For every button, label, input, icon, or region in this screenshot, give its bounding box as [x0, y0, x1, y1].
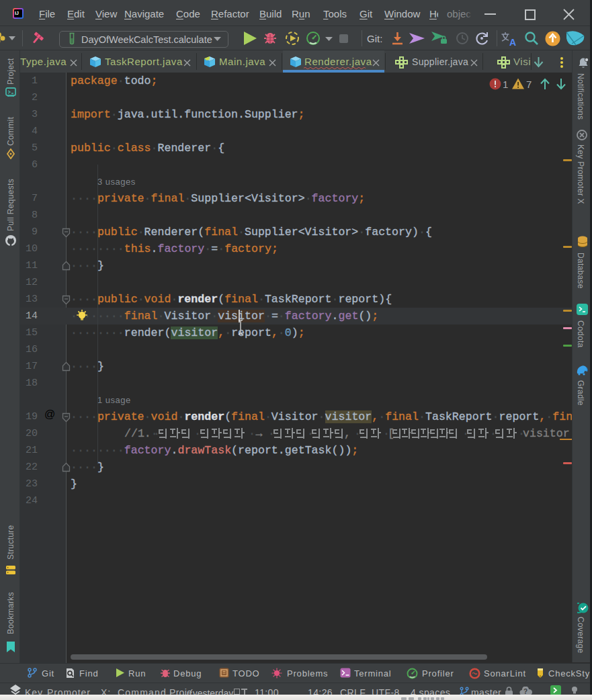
- svg-text:A: A: [509, 37, 516, 46]
- svg-text:7: 7: [526, 79, 532, 90]
- svg-text:1: 1: [503, 79, 508, 90]
